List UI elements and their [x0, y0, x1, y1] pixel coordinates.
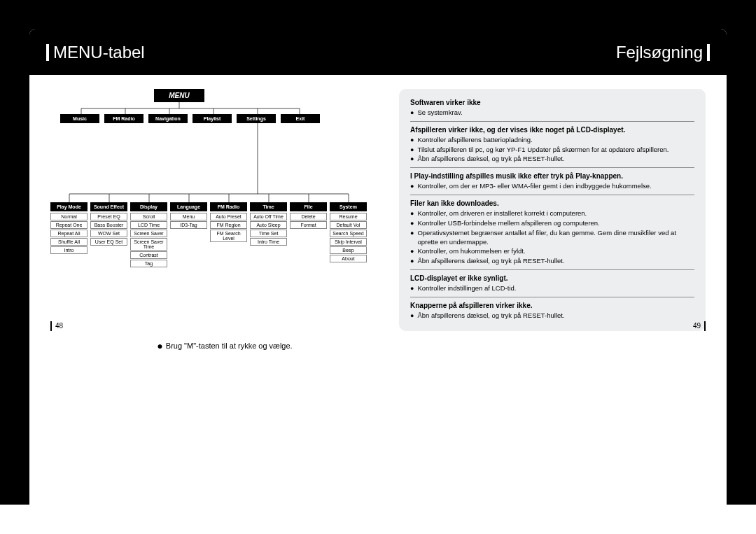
page-number-left: 48: [50, 321, 63, 331]
section-title: Filer kan ikke downloades.: [410, 199, 694, 207]
page-title-left: MENU-tabel: [53, 43, 145, 62]
submenu-item: Contrast: [130, 251, 167, 259]
troubleshooting-page: Softwaren virker ikke ●Se systemkrav. Af…: [378, 75, 727, 345]
bullet-text: Kontroller, om hukommelsen er fyldt.: [417, 247, 525, 256]
bullet-icon: ●: [410, 136, 414, 145]
submenu-item: Default Vol: [330, 221, 367, 229]
section-title: I Play-indstilling afspilles musik ikke …: [410, 172, 694, 180]
menu-root-node: MENU: [154, 89, 204, 102]
submenu-item: User EQ Set: [90, 238, 127, 246]
separator: [410, 269, 694, 270]
hint-text: Brug "M"-tasten til at rykke og vælge.: [166, 342, 293, 350]
submenu-item: FM Search Level: [210, 230, 247, 242]
submenu-head: FM Radio: [210, 202, 247, 211]
page-number-right: 49: [693, 321, 706, 331]
bullet-icon: ●: [410, 311, 414, 321]
bullet-text: Åbn afspillerens dæksel, og tryk på RESE…: [417, 311, 564, 321]
bullet-icon: ●: [410, 108, 414, 118]
bullet-icon: ●: [157, 341, 162, 351]
submenu-item: FM Region: [210, 221, 247, 229]
submenu-item: Format: [290, 221, 327, 229]
page-title-right: Fejlsøgning: [616, 43, 703, 62]
submenu-item: Scroll: [130, 213, 167, 220]
submenu-item: Repeat All: [50, 230, 88, 237]
separator: [410, 121, 694, 122]
bullet-icon: ●: [410, 209, 414, 218]
submenu-item: Intro: [50, 246, 88, 254]
submenu-head: Language: [170, 202, 207, 211]
section-title: Afspilleren virker ikke, og der vises ik…: [410, 126, 694, 134]
bullet-icon: ●: [410, 146, 414, 155]
bullet-text: Kontroller USB-forbindelse mellem afspil…: [417, 219, 599, 228]
menu-node: Music: [60, 114, 99, 123]
bullet-icon: ●: [410, 182, 414, 191]
submenu-item: Preset EQ: [90, 213, 127, 220]
submenu-head: Play Mode: [50, 202, 88, 211]
submenu-item: ID3-Tag: [170, 221, 207, 229]
submenu-item: Beep: [330, 246, 367, 254]
bullet-text: Operativsystemet begrænser antallet af f…: [417, 229, 694, 247]
menu-node: Navigation: [148, 114, 188, 123]
section-title: Softwaren virker ikke: [410, 99, 694, 106]
hint-row: ● Brug "M"-tasten til at rykke og vælge.: [50, 341, 399, 351]
submenu-item: WOW Set: [90, 230, 127, 237]
title-bar-icon: [707, 44, 710, 61]
separator: [410, 297, 694, 297]
submenu-item: Normal: [50, 213, 88, 220]
bullet-icon: ●: [410, 155, 414, 164]
bullet-text: Åbn afspillerens dæksel, og tryk på RESE…: [417, 155, 564, 164]
submenu-item: Bass Booster: [90, 221, 127, 229]
bullet-text: Kontroller, om driveren er installeret k…: [417, 209, 587, 218]
submenu-head: System: [330, 202, 367, 211]
bullet-icon: ●: [410, 229, 414, 247]
bullet-text: Kontroller afspillerens batteriopladning…: [417, 136, 532, 145]
bullet-text: Tilslut afspilleren til pc, og kør YP-F1…: [417, 146, 668, 155]
bullet-icon: ●: [410, 219, 414, 228]
submenu-head: Display: [130, 202, 167, 211]
submenu-item: Tag: [130, 260, 167, 267]
submenu-item: Intro Time: [250, 238, 287, 246]
menu-node: Playlist: [192, 114, 232, 123]
bullet-text: Kontroller indstillingen af LCD-tid.: [417, 284, 516, 293]
bullet-icon: ●: [410, 257, 414, 266]
menu-node: Exit: [281, 114, 320, 123]
submenu-item: About: [330, 255, 367, 262]
separator: [410, 167, 694, 168]
submenu-item: Auto Off Time: [250, 213, 287, 220]
menu-node: FM Radio: [104, 114, 144, 123]
submenu-item: Search Speed: [330, 230, 367, 237]
submenu-head: File: [290, 202, 327, 211]
submenu-item: Repeat One: [50, 221, 88, 229]
submenu-item: Auto Sleep: [250, 221, 287, 229]
bullet-text: Kontroller, om der er MP3- eller WMA-fil…: [417, 182, 651, 191]
bullet-text: Åbn afspillerens dæksel, og tryk på RESE…: [417, 257, 564, 266]
submenu-item: Shuffle All: [50, 238, 88, 246]
submenu-item: Menu: [170, 213, 207, 220]
menu-table-page: MENU Music FM Radio Navigation Playlist …: [29, 75, 378, 345]
submenu-item: LCD Time: [130, 221, 167, 229]
troubleshooting-box: Softwaren virker ikke ●Se systemkrav. Af…: [399, 89, 706, 331]
menu-node: Settings: [237, 114, 276, 123]
submenu-item: Time Set: [250, 230, 287, 237]
submenu-item: Auto Preset: [210, 213, 247, 220]
submenu-item: Screen Saver: [130, 230, 167, 237]
section-title: Knapperne på afspilleren virker ikke.: [410, 302, 694, 309]
submenu-head: Time: [250, 202, 287, 211]
submenu-item: Screen Saver Time: [130, 238, 167, 251]
submenu-head: Sound Effect: [90, 202, 127, 211]
bullet-text: Se systemkrav.: [417, 108, 462, 118]
submenu-item: Resume: [330, 213, 367, 220]
title-bar-icon: [46, 44, 49, 61]
header-band: MENU-tabel Fejlsøgning: [29, 29, 727, 75]
separator: [410, 195, 694, 195]
submenu-item: Delete: [290, 213, 327, 220]
submenu-item: Skip Interval: [330, 238, 367, 246]
section-title: LCD-displayet er ikke synligt.: [410, 274, 694, 282]
bullet-icon: ●: [410, 247, 414, 256]
bullet-icon: ●: [410, 284, 414, 293]
